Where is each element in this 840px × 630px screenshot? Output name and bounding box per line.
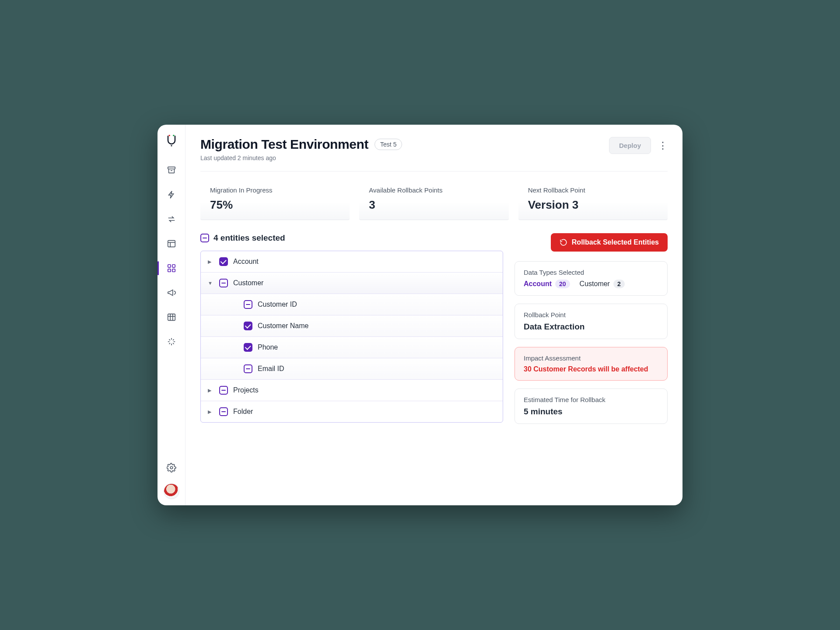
caret-right-icon[interactable]: ▶ [208,259,214,265]
panel-eta: Estimated Time for Rollback 5 minutes [514,388,668,424]
checkbox-customer-id[interactable] [244,300,252,309]
chip-customer[interactable]: Customer 2 [580,280,625,288]
panel-label: Data Types Selected [524,269,658,276]
panel-rollback-point: Rollback Point Data Extraction [514,304,668,339]
entity-tree: ▶ Account ▼ Customer Customer ID [200,251,503,423]
panel-data-types: Data Types Selected Account 20 Customer … [514,261,668,296]
checkbox-projects[interactable] [219,386,228,395]
kpi-row: Migration In Progress 75% Available Roll… [200,179,668,220]
select-all-checkbox[interactable] [200,234,209,242]
tree-label: Email ID [258,365,284,373]
tree-row-folder[interactable]: ▶ Folder [201,401,503,422]
svg-rect-4 [168,241,175,247]
kpi-label: Available Rollback Points [369,186,499,194]
panel-label: Estimated Time for Rollback [524,396,658,403]
header-divider [200,171,668,172]
deploy-button[interactable]: Deploy [609,137,651,154]
tree-row-customer-id[interactable]: Customer ID [201,294,503,315]
checkbox-email[interactable] [244,364,252,373]
chip-count: 20 [555,280,570,288]
rollback-button[interactable]: Rollback Selected Entities [551,233,668,252]
nav-layout[interactable] [162,234,181,253]
kpi-next-rollback: Next Rollback Point Version 3 [518,179,668,220]
nav-lightning[interactable] [162,185,181,204]
nav-sparkle[interactable] [162,332,181,351]
refresh-icon [560,238,567,246]
kpi-label: Migration In Progress [210,186,340,194]
svg-point-2 [171,145,172,146]
user-avatar[interactable] [164,483,179,499]
checkbox-account[interactable] [219,257,228,266]
panel-value: 5 minutes [524,407,658,416]
nav-table[interactable] [162,308,181,327]
checkbox-phone[interactable] [244,343,252,352]
tree-label: Customer Name [258,322,308,330]
checkbox-customer-name[interactable] [244,322,252,330]
kpi-value: 75% [210,198,340,212]
tree-label: Projects [233,386,259,394]
app-logo [164,133,179,148]
nav-archive[interactable] [162,161,181,180]
tree-label: Phone [258,343,278,351]
rollback-button-label: Rollback Selected Entities [572,238,659,246]
panel-value: Data Extraction [524,322,658,332]
svg-rect-3 [168,167,175,169]
svg-rect-6 [172,265,175,267]
chip-account[interactable]: Account 20 [524,280,570,288]
panel-label: Rollback Point [524,311,658,318]
sidebar-nav [158,161,185,351]
page-subtitle: Last updated 2 minutes ago [200,154,402,161]
panel-impact-assessment: Impact Assessment 30 Customer Records wi… [514,347,668,381]
main-content: Migration Test Environment Test 5 Last u… [186,125,682,505]
caret-down-icon[interactable]: ▼ [208,280,214,286]
app-window: Migration Test Environment Test 5 Last u… [158,125,682,505]
tree-row-customer-name[interactable]: Customer Name [201,315,503,336]
caret-right-icon[interactable]: ▶ [208,409,214,415]
checkbox-customer[interactable] [219,279,228,287]
tree-row-customer[interactable]: ▼ Customer [201,272,503,294]
tree-label: Customer [233,279,263,287]
kpi-rollback-points: Available Rollback Points 3 [359,179,508,220]
svg-rect-9 [168,314,175,321]
tree-label: Folder [233,408,253,416]
chip-count: 2 [613,280,625,288]
page-header: Migration Test Environment Test 5 Last u… [200,137,668,161]
checkbox-folder[interactable] [219,407,228,416]
chip-label: Account [524,280,552,288]
selection-count: 4 entities selected [214,233,285,243]
tree-label: Customer ID [258,301,297,308]
nav-settings[interactable] [162,458,181,477]
kpi-value: 3 [369,198,499,212]
nav-dashboard[interactable] [162,259,181,278]
page-title: Migration Test Environment [200,137,368,152]
svg-point-0 [168,135,170,136]
svg-rect-8 [172,269,175,272]
tree-row-projects[interactable]: ▶ Projects [201,379,503,401]
chip-label: Customer [580,280,610,288]
svg-point-10 [170,466,173,469]
more-menu-icon[interactable]: ⋮ [658,141,668,150]
svg-rect-5 [168,265,170,267]
panel-label: Impact Assessment [524,354,658,362]
tree-row-account[interactable]: ▶ Account [201,251,503,272]
title-badge: Test 5 [374,139,402,150]
nav-announce[interactable] [162,283,181,302]
kpi-value: Version 3 [528,198,658,212]
selection-summary: 4 entities selected [200,233,503,243]
kpi-label: Next Rollback Point [528,186,658,194]
svg-rect-7 [168,269,170,272]
tree-label: Account [233,258,259,266]
tree-row-email[interactable]: Email ID [201,358,503,379]
panel-value: 30 Customer Records will be affected [524,365,658,373]
nav-transfer[interactable] [162,210,181,229]
caret-right-icon[interactable]: ▶ [208,388,214,393]
sidebar [158,125,186,505]
svg-point-1 [173,135,175,136]
tree-row-phone[interactable]: Phone [201,336,503,358]
kpi-migration-progress: Migration In Progress 75% [200,179,350,220]
